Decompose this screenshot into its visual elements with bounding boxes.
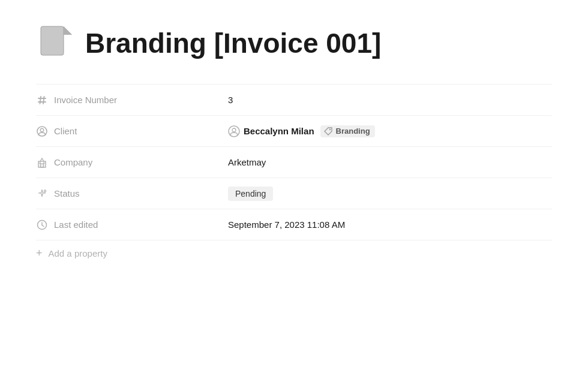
svg-rect-0 xyxy=(41,26,64,55)
client-row: Client Beccalynn Milan Branding xyxy=(36,115,552,146)
page-header: Branding [Invoice 001] xyxy=(36,24,552,62)
company-label: Company xyxy=(36,151,228,175)
last-edited-value: September 7, 2023 11:08 AM xyxy=(228,213,552,236)
client-name: Beccalynn Milan xyxy=(228,125,314,137)
client-label-text: Client xyxy=(54,126,77,136)
status-label: Status xyxy=(36,182,228,206)
status-value[interactable]: Pending xyxy=(228,181,552,207)
company-value[interactable]: Arketmay xyxy=(228,151,552,173)
client-label: Client xyxy=(36,119,228,143)
svg-line-20 xyxy=(42,225,44,226)
building-icon xyxy=(36,157,48,169)
last-edited-label: Last edited xyxy=(36,213,228,237)
add-property-label: Add a property xyxy=(49,248,107,258)
status-label-text: Status xyxy=(54,188,80,198)
sparkle-icon xyxy=(36,188,48,200)
svg-point-10 xyxy=(232,128,236,132)
invoice-number-row: Invoice Number 3 xyxy=(36,84,552,115)
properties-container: Invoice Number 3 Client xyxy=(36,84,552,266)
add-property-row[interactable]: + Add a property xyxy=(36,240,552,266)
clock-icon xyxy=(36,219,48,231)
svg-rect-12 xyxy=(38,161,46,167)
invoice-number-label: Invoice Number xyxy=(36,88,228,112)
svg-point-11 xyxy=(329,128,330,130)
last-edited-row: Last edited September 7, 2023 11:08 AM xyxy=(36,209,552,240)
page-title: Branding [Invoice 001] xyxy=(85,28,381,59)
plus-icon: + xyxy=(36,248,43,258)
svg-line-6 xyxy=(43,97,44,104)
status-badge[interactable]: Pending xyxy=(228,187,273,201)
invoice-number-label-text: Invoice Number xyxy=(54,95,117,105)
client-tag[interactable]: Branding xyxy=(320,125,375,137)
svg-rect-13 xyxy=(41,164,43,167)
tag-icon xyxy=(323,127,333,136)
company-row: Company Arketmay xyxy=(36,146,552,178)
svg-point-8 xyxy=(40,128,44,132)
hash-icon xyxy=(36,94,48,106)
document-icon xyxy=(36,24,74,62)
client-value[interactable]: Beccalynn Milan Branding xyxy=(228,119,552,143)
invoice-number-value[interactable]: 3 xyxy=(228,89,552,111)
last-edited-label-text: Last edited xyxy=(54,219,98,230)
svg-line-5 xyxy=(40,97,41,104)
client-avatar-icon xyxy=(228,125,240,137)
status-row: Status Pending xyxy=(36,178,552,209)
company-label-text: Company xyxy=(54,157,92,167)
person-icon xyxy=(36,125,48,137)
